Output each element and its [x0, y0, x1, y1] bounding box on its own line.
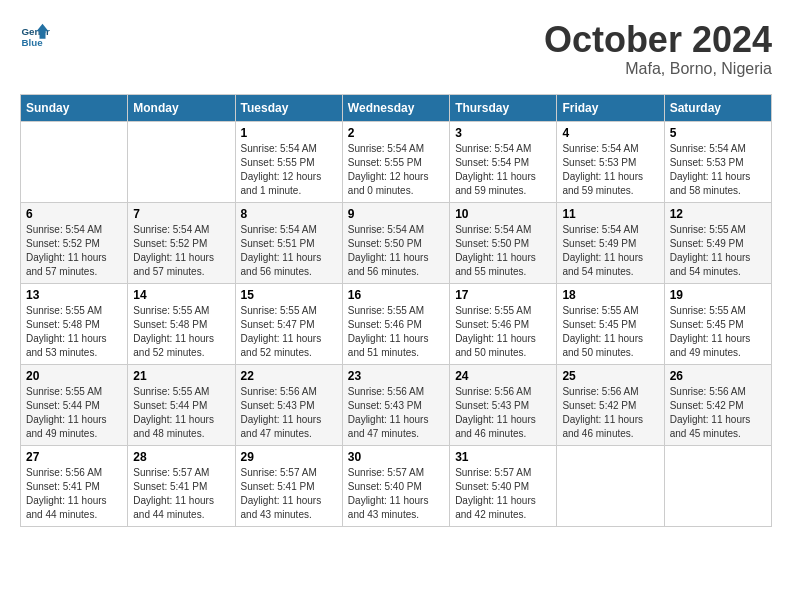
calendar-day [128, 121, 235, 202]
day-info: Sunrise: 5:57 AM Sunset: 5:40 PM Dayligh… [348, 466, 444, 522]
day-number: 19 [670, 288, 766, 302]
calendar-day: 18Sunrise: 5:55 AM Sunset: 5:45 PM Dayli… [557, 283, 664, 364]
calendar-day: 11Sunrise: 5:54 AM Sunset: 5:49 PM Dayli… [557, 202, 664, 283]
calendar-day: 13Sunrise: 5:55 AM Sunset: 5:48 PM Dayli… [21, 283, 128, 364]
calendar-day: 28Sunrise: 5:57 AM Sunset: 5:41 PM Dayli… [128, 445, 235, 526]
day-number: 23 [348, 369, 444, 383]
calendar-week-5: 27Sunrise: 5:56 AM Sunset: 5:41 PM Dayli… [21, 445, 772, 526]
calendar-day: 29Sunrise: 5:57 AM Sunset: 5:41 PM Dayli… [235, 445, 342, 526]
day-info: Sunrise: 5:55 AM Sunset: 5:46 PM Dayligh… [348, 304, 444, 360]
title-block: October 2024 Mafa, Borno, Nigeria [544, 20, 772, 78]
location-subtitle: Mafa, Borno, Nigeria [544, 60, 772, 78]
day-info: Sunrise: 5:57 AM Sunset: 5:41 PM Dayligh… [241, 466, 337, 522]
day-number: 17 [455, 288, 551, 302]
calendar-day: 19Sunrise: 5:55 AM Sunset: 5:45 PM Dayli… [664, 283, 771, 364]
day-number: 4 [562, 126, 658, 140]
day-number: 3 [455, 126, 551, 140]
day-info: Sunrise: 5:56 AM Sunset: 5:43 PM Dayligh… [348, 385, 444, 441]
calendar-day: 30Sunrise: 5:57 AM Sunset: 5:40 PM Dayli… [342, 445, 449, 526]
calendar-day: 26Sunrise: 5:56 AM Sunset: 5:42 PM Dayli… [664, 364, 771, 445]
day-number: 6 [26, 207, 122, 221]
day-info: Sunrise: 5:56 AM Sunset: 5:41 PM Dayligh… [26, 466, 122, 522]
page-header: General Blue October 2024 Mafa, Borno, N… [20, 20, 772, 78]
calendar-day: 31Sunrise: 5:57 AM Sunset: 5:40 PM Dayli… [450, 445, 557, 526]
calendar-day: 15Sunrise: 5:55 AM Sunset: 5:47 PM Dayli… [235, 283, 342, 364]
calendar-day: 2Sunrise: 5:54 AM Sunset: 5:55 PM Daylig… [342, 121, 449, 202]
calendar-day: 24Sunrise: 5:56 AM Sunset: 5:43 PM Dayli… [450, 364, 557, 445]
day-number: 28 [133, 450, 229, 464]
calendar-day [21, 121, 128, 202]
day-header-friday: Friday [557, 94, 664, 121]
day-info: Sunrise: 5:55 AM Sunset: 5:45 PM Dayligh… [562, 304, 658, 360]
day-number: 12 [670, 207, 766, 221]
day-info: Sunrise: 5:54 AM Sunset: 5:53 PM Dayligh… [670, 142, 766, 198]
logo: General Blue [20, 20, 50, 50]
day-info: Sunrise: 5:55 AM Sunset: 5:48 PM Dayligh… [26, 304, 122, 360]
day-info: Sunrise: 5:56 AM Sunset: 5:42 PM Dayligh… [562, 385, 658, 441]
day-number: 27 [26, 450, 122, 464]
day-info: Sunrise: 5:56 AM Sunset: 5:42 PM Dayligh… [670, 385, 766, 441]
day-number: 14 [133, 288, 229, 302]
day-info: Sunrise: 5:54 AM Sunset: 5:53 PM Dayligh… [562, 142, 658, 198]
day-number: 31 [455, 450, 551, 464]
day-number: 7 [133, 207, 229, 221]
day-header-tuesday: Tuesday [235, 94, 342, 121]
calendar-day: 1Sunrise: 5:54 AM Sunset: 5:55 PM Daylig… [235, 121, 342, 202]
day-info: Sunrise: 5:54 AM Sunset: 5:54 PM Dayligh… [455, 142, 551, 198]
day-number: 24 [455, 369, 551, 383]
day-number: 15 [241, 288, 337, 302]
day-info: Sunrise: 5:55 AM Sunset: 5:44 PM Dayligh… [26, 385, 122, 441]
day-info: Sunrise: 5:56 AM Sunset: 5:43 PM Dayligh… [455, 385, 551, 441]
day-info: Sunrise: 5:54 AM Sunset: 5:55 PM Dayligh… [348, 142, 444, 198]
logo-icon: General Blue [20, 20, 50, 50]
day-info: Sunrise: 5:54 AM Sunset: 5:51 PM Dayligh… [241, 223, 337, 279]
day-header-saturday: Saturday [664, 94, 771, 121]
day-info: Sunrise: 5:54 AM Sunset: 5:52 PM Dayligh… [26, 223, 122, 279]
day-info: Sunrise: 5:55 AM Sunset: 5:45 PM Dayligh… [670, 304, 766, 360]
day-number: 13 [26, 288, 122, 302]
calendar-day: 16Sunrise: 5:55 AM Sunset: 5:46 PM Dayli… [342, 283, 449, 364]
calendar-day: 20Sunrise: 5:55 AM Sunset: 5:44 PM Dayli… [21, 364, 128, 445]
month-title: October 2024 [544, 20, 772, 60]
day-info: Sunrise: 5:57 AM Sunset: 5:40 PM Dayligh… [455, 466, 551, 522]
calendar-body: 1Sunrise: 5:54 AM Sunset: 5:55 PM Daylig… [21, 121, 772, 526]
calendar-day: 8Sunrise: 5:54 AM Sunset: 5:51 PM Daylig… [235, 202, 342, 283]
day-header-sunday: Sunday [21, 94, 128, 121]
day-number: 8 [241, 207, 337, 221]
calendar-day [664, 445, 771, 526]
day-number: 30 [348, 450, 444, 464]
calendar-day: 27Sunrise: 5:56 AM Sunset: 5:41 PM Dayli… [21, 445, 128, 526]
calendar-day: 5Sunrise: 5:54 AM Sunset: 5:53 PM Daylig… [664, 121, 771, 202]
day-number: 21 [133, 369, 229, 383]
day-number: 11 [562, 207, 658, 221]
calendar-day: 7Sunrise: 5:54 AM Sunset: 5:52 PM Daylig… [128, 202, 235, 283]
calendar-day: 3Sunrise: 5:54 AM Sunset: 5:54 PM Daylig… [450, 121, 557, 202]
day-header-monday: Monday [128, 94, 235, 121]
calendar-day: 25Sunrise: 5:56 AM Sunset: 5:42 PM Dayli… [557, 364, 664, 445]
calendar-day: 10Sunrise: 5:54 AM Sunset: 5:50 PM Dayli… [450, 202, 557, 283]
day-number: 1 [241, 126, 337, 140]
day-number: 18 [562, 288, 658, 302]
day-number: 22 [241, 369, 337, 383]
day-info: Sunrise: 5:54 AM Sunset: 5:50 PM Dayligh… [348, 223, 444, 279]
calendar-day: 14Sunrise: 5:55 AM Sunset: 5:48 PM Dayli… [128, 283, 235, 364]
day-number: 10 [455, 207, 551, 221]
calendar-day [557, 445, 664, 526]
day-info: Sunrise: 5:55 AM Sunset: 5:47 PM Dayligh… [241, 304, 337, 360]
calendar-day: 21Sunrise: 5:55 AM Sunset: 5:44 PM Dayli… [128, 364, 235, 445]
day-info: Sunrise: 5:55 AM Sunset: 5:44 PM Dayligh… [133, 385, 229, 441]
day-number: 29 [241, 450, 337, 464]
calendar-week-3: 13Sunrise: 5:55 AM Sunset: 5:48 PM Dayli… [21, 283, 772, 364]
calendar-week-1: 1Sunrise: 5:54 AM Sunset: 5:55 PM Daylig… [21, 121, 772, 202]
day-info: Sunrise: 5:55 AM Sunset: 5:46 PM Dayligh… [455, 304, 551, 360]
day-info: Sunrise: 5:54 AM Sunset: 5:55 PM Dayligh… [241, 142, 337, 198]
calendar-table: SundayMondayTuesdayWednesdayThursdayFrid… [20, 94, 772, 527]
day-info: Sunrise: 5:55 AM Sunset: 5:48 PM Dayligh… [133, 304, 229, 360]
calendar-day: 23Sunrise: 5:56 AM Sunset: 5:43 PM Dayli… [342, 364, 449, 445]
calendar-day: 17Sunrise: 5:55 AM Sunset: 5:46 PM Dayli… [450, 283, 557, 364]
day-info: Sunrise: 5:54 AM Sunset: 5:49 PM Dayligh… [562, 223, 658, 279]
day-info: Sunrise: 5:57 AM Sunset: 5:41 PM Dayligh… [133, 466, 229, 522]
day-info: Sunrise: 5:54 AM Sunset: 5:50 PM Dayligh… [455, 223, 551, 279]
calendar-day: 9Sunrise: 5:54 AM Sunset: 5:50 PM Daylig… [342, 202, 449, 283]
svg-text:General: General [22, 26, 51, 37]
